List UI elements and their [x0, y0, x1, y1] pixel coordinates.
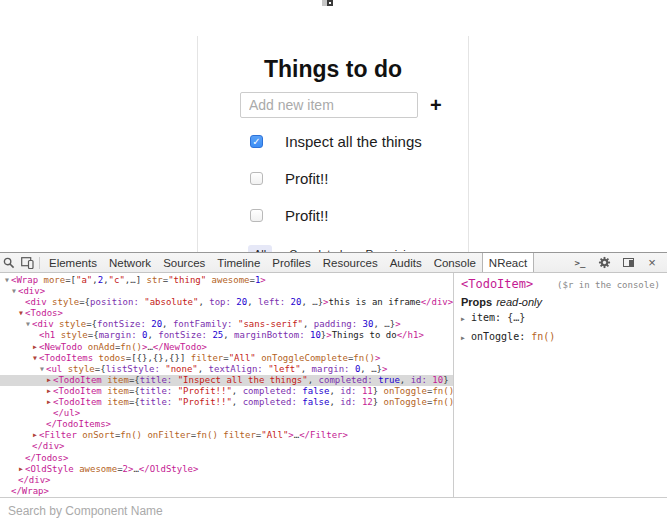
- add-todo-button[interactable]: +: [430, 92, 442, 118]
- tab-network[interactable]: Network: [103, 253, 157, 272]
- token: 25: [207, 330, 223, 340]
- token: ={: [129, 375, 140, 385]
- token: ={: [86, 319, 97, 329]
- token: <Filter: [39, 430, 77, 440]
- prop-row[interactable]: ▶onToggle: fn(): [461, 329, 660, 346]
- disclosure-arrow[interactable]: ▶: [45, 386, 53, 397]
- tree-row[interactable]: </Wrap>: [0, 486, 453, 497]
- component-search-input[interactable]: [0, 504, 667, 518]
- tab-audits[interactable]: Audits: [384, 253, 428, 272]
- token: style: [62, 364, 95, 374]
- inspect-icon[interactable]: [0, 255, 18, 271]
- tree-row[interactable]: <div style={position: "absolute", top: 2…: [0, 297, 453, 308]
- token: 12: [357, 397, 373, 407]
- disclosure-arrow[interactable]: ▼: [3, 275, 11, 286]
- todo-app-frame: Things to do + ✓Inspect all the thingsPr…: [197, 36, 469, 252]
- token: <OldStyle: [25, 464, 74, 474]
- tree-row[interactable]: ▼<Wrap more=["a",2,"c",…] str="thing" aw…: [0, 275, 453, 286]
- tab-nreact[interactable]: NReact: [482, 253, 534, 272]
- tree-row[interactable]: ▶<TodoItem item={title: "Profit!!", comp…: [0, 397, 453, 408]
- tree-row[interactable]: ▼<ul style={listStyle: "none", textAlign…: [0, 364, 453, 375]
- token: item: [102, 397, 129, 407]
- token: onToggle: [378, 397, 427, 407]
- todo-checkbox[interactable]: [250, 209, 263, 222]
- token: <TodoItem: [53, 386, 102, 396]
- disclosure-arrow[interactable]: ▼: [17, 308, 25, 319]
- token: id:: [335, 386, 357, 396]
- token: margin:: [99, 330, 137, 340]
- artifact-dark: [327, 0, 333, 6]
- tree-row[interactable]: </Todos>: [0, 453, 453, 464]
- disclosure-arrow[interactable]: ▶: [31, 430, 39, 441]
- disclosure-arrow[interactable]: ▼: [10, 286, 18, 297]
- component-tree: ▼<Wrap more=["a",2,"c",…] str="thing" aw…: [0, 273, 454, 497]
- tree-row[interactable]: ▶<TodoItem item={title: "Inspect all the…: [0, 375, 453, 386]
- new-todo-input[interactable]: [240, 92, 418, 118]
- tab-timeline[interactable]: Timeline: [211, 253, 266, 272]
- token: </Filter>: [299, 430, 348, 440]
- prop-row[interactable]: ▶item: {…}: [461, 310, 660, 327]
- token: "Profit!!": [172, 386, 232, 396]
- tab-profiles[interactable]: Profiles: [266, 253, 316, 272]
- token: onFilter: [142, 430, 191, 440]
- tree-row[interactable]: ▼<div style={fontSize: 20, fontFamily: "…: [0, 319, 453, 330]
- token: </OldStyle>: [139, 464, 199, 474]
- tree-row[interactable]: </TodoItems>: [0, 419, 453, 430]
- token: "Inspect all the things": [172, 375, 307, 385]
- tab-console[interactable]: Console: [428, 253, 482, 272]
- disclosure-arrow[interactable]: ▶: [31, 342, 39, 353]
- tree-row[interactable]: ▼<TodoItems todos=[{},{},{}] filter="All…: [0, 353, 453, 364]
- tab-resources[interactable]: Resources: [317, 253, 384, 272]
- token: <div: [25, 297, 47, 307]
- close-icon[interactable]: ×: [643, 255, 661, 271]
- devtools-toolbar: ElementsNetworkSourcesTimelineProfilesRe…: [0, 253, 667, 273]
- token: <NewTodo: [39, 342, 82, 352]
- token: fn(): [120, 430, 142, 440]
- devtools-panel: ElementsNetworkSourcesTimelineProfilesRe…: [0, 252, 667, 523]
- toolbar-separator: [39, 257, 40, 269]
- disclosure-arrow[interactable]: ▶: [45, 375, 53, 386]
- disclosure-arrow[interactable]: ▶: [17, 464, 25, 475]
- disclosure-arrow[interactable]: ▼: [24, 319, 32, 330]
- tree-row[interactable]: ▶<OldStyle awesome=2>…</OldStyle>: [0, 464, 453, 475]
- token: , …}: [373, 319, 395, 329]
- tree-row[interactable]: </ul>: [0, 408, 453, 419]
- props-panel: <TodoItem> ($r in the console) Propsread…: [454, 273, 667, 497]
- token: <Todos>: [25, 308, 63, 318]
- token: true: [373, 375, 400, 385]
- todo-item: Profit!!: [250, 171, 468, 186]
- console-drawer-icon[interactable]: >_: [571, 255, 589, 271]
- token: >: [395, 319, 400, 329]
- tree-row[interactable]: <h1 style={margin: 0, fontSize: 25, marg…: [0, 330, 453, 341]
- todo-checkbox[interactable]: [250, 172, 263, 185]
- disclosure-arrow[interactable]: ▶: [461, 331, 471, 346]
- selected-component-name: <TodoItem>: [461, 277, 533, 291]
- disclosure-arrow[interactable]: ▶: [461, 312, 471, 327]
- token: <div>: [18, 286, 45, 296]
- props-section-title: Propsread-only: [461, 296, 660, 308]
- prop-key: onToggle:: [471, 331, 531, 342]
- tree-row[interactable]: ▶<Filter onSort=fn() onFilter=fn() filte…: [0, 430, 453, 441]
- token: awesome: [74, 464, 117, 474]
- settings-gear-icon[interactable]: [595, 255, 613, 271]
- tree-row[interactable]: ▶<TodoItem item={title: "Profit!!", comp…: [0, 386, 453, 397]
- token: ={: [79, 297, 90, 307]
- disclosure-arrow[interactable]: ▶: [45, 397, 53, 408]
- todo-label: Profit!!: [285, 207, 328, 224]
- tree-row[interactable]: ▼<div>: [0, 286, 453, 297]
- disclosure-arrow[interactable]: ▼: [31, 353, 39, 364]
- todo-checkbox[interactable]: ✓: [250, 135, 263, 148]
- token: completed:: [237, 397, 297, 407]
- disclosure-arrow[interactable]: ▼: [38, 364, 46, 375]
- tree-row[interactable]: ▼<Todos>: [0, 308, 453, 319]
- token: title:: [140, 397, 173, 407]
- tree-row[interactable]: </div>: [0, 441, 453, 452]
- tab-elements[interactable]: Elements: [43, 253, 103, 272]
- tree-row[interactable]: ▶<NewTodo onAdd=fn()>…</NewTodo>: [0, 342, 453, 353]
- token: <Wrap: [11, 275, 38, 285]
- device-mode-icon[interactable]: [18, 255, 36, 271]
- token: 30: [357, 319, 373, 329]
- tab-sources[interactable]: Sources: [157, 253, 211, 272]
- tree-row[interactable]: </div>: [0, 475, 453, 486]
- dock-side-icon[interactable]: [619, 255, 637, 271]
